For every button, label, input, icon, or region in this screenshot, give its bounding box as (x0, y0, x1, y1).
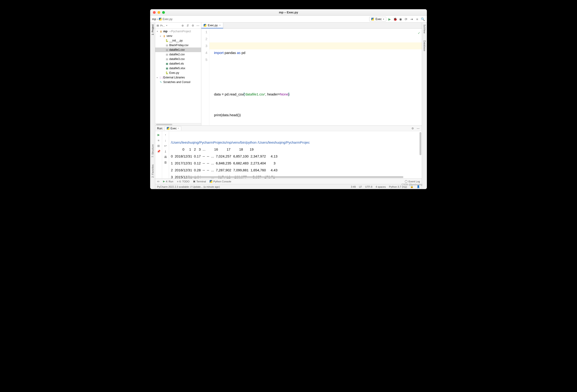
todo-tool-tab[interactable]: ≡6: TODO (177, 180, 189, 183)
editor-panel: Exec.py × 1 2 3 4 5 (201, 23, 422, 125)
tree-item-venv[interactable]: ▸ ▮ venv (155, 34, 201, 38)
sidebar-title[interactable]: Pr... (160, 24, 165, 27)
tree-external-libs[interactable]: ▸ ❘❘❘ External Libraries (155, 75, 201, 80)
python-file-icon: 🐍 (165, 39, 169, 42)
status-position[interactable]: 3:49 (351, 185, 356, 188)
python-console-tool-tab[interactable]: Python Console (210, 180, 231, 183)
tree-item-datafile2[interactable]: ▤ datafile2.csv (155, 52, 201, 57)
layout-button[interactable]: ⊞ (157, 144, 161, 148)
project-sidebar: ▤ Pr... ▾ ⊕ ⇵ ⚙ — ▾ ▮ mp (155, 23, 201, 125)
project-view-icon: ▤ (157, 24, 159, 27)
app-window: mp – Exec.py mp › Exec.py Exec ▶ 🐞 ◉ ⟳ ⇥… (150, 9, 427, 189)
chevron-down-icon[interactable]: ▾ (156, 30, 158, 33)
tree-item-datafile3[interactable]: ▤ datafile3.csv (155, 57, 201, 61)
window-title: mp – Exec.py (150, 11, 427, 14)
up-button[interactable]: ↑ (164, 133, 168, 137)
sidebar-header: ▤ Pr... ▾ ⊕ ⇵ ⚙ — (155, 23, 201, 29)
tree-item-datafile5[interactable]: ▦ datafile5.xlsx (155, 66, 201, 71)
tree-scratches[interactable]: ✎ Scratches and Consol (155, 80, 201, 84)
sciview-tool-tab[interactable]: SciView (423, 24, 426, 34)
structure-tool-tab[interactable]: 7: Structure (151, 144, 154, 157)
print-button[interactable]: 🖶 (164, 155, 168, 159)
python-file-icon: 🐍 (165, 71, 169, 74)
bottom-toolbar: ▭ ▶4: Run ≡6: TODO ▣Terminal Python Cons… (155, 178, 422, 184)
right-tool-rail: SciView Database (422, 23, 427, 189)
gear-icon[interactable]: ⚙ (191, 24, 195, 28)
csv-file-icon: ▤ (165, 44, 169, 47)
run-panel: Run: Exec × ⚙ — ▶ ■ ⊞ 📌 (155, 125, 422, 178)
tree-root-path: ~/PycharmProject (169, 30, 191, 33)
csv-file-icon: ▤ (165, 53, 169, 56)
breadcrumb-project[interactable]: mp (152, 18, 156, 21)
project-tool-tab[interactable]: 1: Project (151, 24, 154, 35)
terminal-tool-tab[interactable]: ▣Terminal (193, 180, 206, 183)
breadcrumb[interactable]: mp › Exec.py (152, 18, 173, 21)
gutter: 1 2 3 4 5 (201, 29, 209, 125)
status-indent[interactable]: 4 spaces (376, 185, 386, 188)
gear-icon[interactable]: ⚙ (411, 127, 414, 130)
run-config-selector[interactable]: Exec (369, 17, 386, 21)
libraries-icon: ❘❘❘ (159, 76, 163, 79)
chevron-right-icon[interactable]: ▸ (156, 76, 158, 79)
chevron-down-icon: ▾ (166, 24, 167, 27)
project-tree[interactable]: ▾ ▮ mp ~/PycharmProject ▸ ▮ venv 🐍 (155, 29, 201, 123)
watermark: CSDN @leeshuqing (401, 183, 422, 186)
down-button[interactable]: ↓ (164, 138, 168, 142)
console-v-scrollbar[interactable] (420, 132, 421, 155)
status-line-ending[interactable]: LF (359, 185, 362, 188)
attach-button[interactable]: ⇥ (409, 17, 414, 21)
search-everywhere-button[interactable]: 🔍 (420, 17, 425, 21)
hide-icon[interactable]: — (416, 127, 420, 130)
close-tab-icon[interactable]: × (219, 24, 221, 27)
tree-item-datafile4[interactable]: ▦ datafile4.xls (155, 61, 201, 66)
run-button[interactable]: ▶ (387, 17, 392, 21)
expand-all-icon[interactable]: ⇵ (186, 24, 190, 28)
sidebar-scrollbar[interactable] (155, 123, 201, 125)
tool-window-icon[interactable]: ▭ (157, 180, 159, 183)
debug-button[interactable]: 🐞 (393, 17, 397, 21)
status-encoding[interactable]: UTF-8 (365, 185, 372, 188)
coverage-button[interactable]: ◉ (398, 17, 403, 21)
pin-button[interactable]: 📌 (157, 149, 161, 153)
rerun-button[interactable]: ▶ (157, 133, 161, 137)
breadcrumb-file[interactable]: Exec.py (163, 18, 173, 21)
stop-button[interactable]: ■ (415, 17, 420, 21)
stop-button[interactable]: ■ (157, 138, 161, 142)
event-log-tool-tab[interactable]: ◯Event Log (405, 180, 420, 183)
favorites-tool-tab[interactable]: 2: Favorites (151, 164, 154, 178)
run-tab[interactable]: Exec × (165, 126, 181, 131)
code-content[interactable]: import pandas as pd data = pd.read_csv('… (209, 29, 422, 125)
run-label: Run: (157, 127, 163, 130)
close-icon[interactable]: × (178, 127, 179, 130)
csv-file-icon: ▤ (165, 48, 169, 51)
left-tool-rail: 1: Project 7: Structure 2: Favorites (150, 23, 155, 189)
status-update[interactable]: PyCharm 2022.2.3 available: // Update...… (157, 185, 220, 188)
run-toolbar-left: ▶ ■ ⊞ 📌 (155, 131, 162, 178)
tree-item-exec[interactable]: 🐍 Exec.py (155, 71, 201, 75)
console-h-scrollbar[interactable] (187, 176, 403, 178)
tree-root[interactable]: ▾ ▮ mp ~/PycharmProject (155, 29, 201, 34)
profile-button[interactable]: ⟳ (404, 17, 408, 21)
python-icon (204, 24, 206, 27)
soft-wrap-button[interactable]: ↩ (164, 144, 168, 148)
console-output[interactable]: /Users/leeshuqing/PycharmProjects/mp/ven… (169, 131, 422, 178)
python-icon (210, 180, 212, 183)
tab-label: Exec.py (208, 24, 218, 27)
tree-item-datafile1[interactable]: ▤ datafile1.csv (155, 47, 201, 52)
check-icon[interactable]: ✓ (418, 30, 420, 36)
run-config-label: Exec (375, 18, 382, 21)
run-tool-tab[interactable]: ▶4: Run (163, 180, 173, 183)
database-tool-tab[interactable]: Database (423, 40, 426, 51)
scroll-end-button[interactable]: ⤓ (164, 149, 168, 153)
code-editor[interactable]: 1 2 3 4 5 import pandas as pd data = pd.… (201, 29, 422, 125)
tree-item-init[interactable]: 🐍 __init__.py (155, 38, 201, 43)
status-bar: PyCharm 2022.2.3 available: // Update...… (155, 184, 422, 189)
select-opened-icon[interactable]: ⊕ (181, 24, 184, 28)
hide-icon[interactable]: — (196, 24, 200, 28)
clear-button[interactable]: 🗑 (164, 160, 168, 164)
navbar: mp › Exec.py Exec ▶ 🐞 ◉ ⟳ ⇥ ■ 🔍 (150, 16, 427, 23)
python-icon (167, 127, 170, 130)
tab-exec[interactable]: Exec.py × (201, 23, 223, 28)
tree-item-blackfriday[interactable]: ▤ BlackFriday.csv (155, 43, 201, 47)
chevron-right-icon[interactable]: ▸ (159, 35, 162, 37)
